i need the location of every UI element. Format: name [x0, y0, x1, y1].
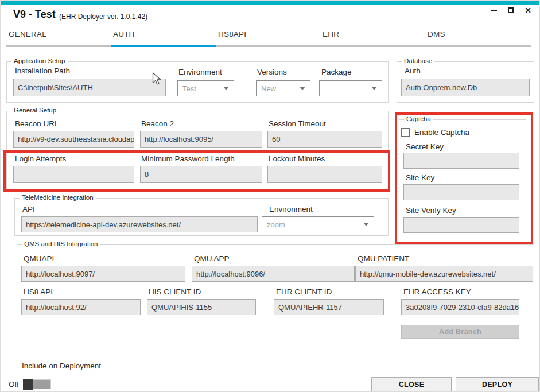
tab-hs8api[interactable]: HS8API: [218, 30, 246, 38]
environment-dropdown-value: Test: [182, 84, 196, 93]
qmu-app-field[interactable]: http://localhost:9096/: [192, 266, 355, 282]
chevron-down-icon: [371, 87, 377, 90]
toggle-knob[interactable]: [23, 379, 33, 390]
database-group-title: Database: [402, 57, 434, 64]
tab-auth[interactable]: AUTH: [113, 30, 135, 38]
secret-key-field[interactable]: [403, 153, 519, 169]
application-setup-group-title: Application Setup: [11, 57, 68, 64]
minimize-icon: [491, 10, 497, 11]
qms-his-group-title: QMS and HIS Integration: [22, 240, 100, 247]
telemedicine-environment-dropdown[interactable]: zoom: [262, 216, 374, 232]
include-on-deployment-checkbox[interactable]: Include on Deployment: [9, 362, 101, 370]
add-branch-button[interactable]: Add Branch: [401, 325, 519, 339]
secret-key-label: Secret Key: [406, 142, 444, 151]
chevron-down-icon: [300, 87, 305, 90]
titlebar-accent: [1, 1, 540, 5]
close-icon: ✕: [525, 6, 531, 14]
tab-ehr[interactable]: EHR: [323, 30, 339, 38]
database-auth-label: Auth: [405, 67, 421, 75]
login-attempts-field[interactable]: [13, 166, 134, 183]
chevron-down-icon: [223, 87, 229, 90]
site-verify-key-field[interactable]: [403, 217, 519, 233]
versions-dropdown[interactable]: New: [256, 80, 310, 96]
close-action-button[interactable]: CLOSE: [371, 377, 452, 392]
session-timeout-label: Session Timeout: [269, 119, 326, 128]
app-window: V9 - Test (EHR Deployer ver. 1.0.1.42) ✕…: [0, 0, 540, 392]
telemedicine-environment-label: Environment: [269, 205, 313, 214]
site-verify-key-label: Site Verify Key: [406, 206, 456, 215]
qmuapi-field[interactable]: http://localhost:9097/: [21, 266, 185, 282]
hs8-api-label: HS8 API: [24, 288, 53, 296]
toggle-off-label: Off: [9, 380, 19, 389]
beacon-2-field[interactable]: http://localhost:9095/: [140, 131, 262, 148]
database-auth-field[interactable]: Auth.Onprem.new.Db: [401, 79, 530, 96]
toggle-track: [33, 379, 51, 389]
active-tab-indicator: [111, 45, 216, 47]
minimum-password-length-field[interactable]: 8: [140, 166, 262, 183]
installation-path-field[interactable]: C:\inetpub\Sites\AUTH: [13, 79, 166, 96]
lockout-minutes-field[interactable]: [267, 166, 382, 183]
session-timeout-field[interactable]: 60: [267, 131, 382, 148]
hs8-api-field[interactable]: http://localhost:92/: [21, 299, 141, 315]
captcha-group-title: Captcha: [404, 115, 433, 122]
maximize-icon: [508, 7, 514, 13]
ehr-client-id-field[interactable]: QMUAPIEHR-1157: [274, 299, 384, 315]
tab-general[interactable]: GENERAL: [9, 30, 46, 38]
window-title: V9 - Test: [13, 9, 56, 21]
qmu-patient-field[interactable]: http://qmu-mobile-dev.azurewebsites.net/: [355, 266, 533, 282]
chevron-down-icon: [363, 223, 369, 226]
general-setup-group-title: General Setup: [11, 107, 59, 114]
environment-label: Environment: [178, 68, 222, 76]
site-key-field[interactable]: [403, 184, 519, 200]
site-key-label: Site Key: [406, 173, 434, 182]
tab-strip-divider: [6, 45, 531, 47]
minimize-button[interactable]: [488, 5, 499, 16]
ehr-access-key-field[interactable]: 3a0208f9-7029-2310-cfa9-82da16400cf: [401, 299, 519, 315]
tab-dms[interactable]: DMS: [428, 30, 445, 38]
telemedicine-environment-value: zoom: [267, 220, 285, 229]
beacon-url-label: Beacon URL: [15, 119, 59, 128]
include-on-deployment-label: Include on Deployment: [22, 362, 101, 370]
qmuapi-label: QMUAPI: [24, 254, 54, 263]
telemedicine-api-label: API: [22, 205, 35, 214]
login-attempts-label: Login Attempts: [15, 154, 66, 163]
lockout-minutes-label: Lockout Minutes: [269, 154, 325, 163]
telemedicine-group-title: TeleMedicine Integration: [20, 194, 96, 201]
qmu-patient-label: QMU PATIENT: [358, 254, 409, 263]
maximize-button[interactable]: [505, 5, 516, 16]
deploy-button[interactable]: DEPLOY: [456, 377, 539, 392]
beacon-2-label: Beacon 2: [141, 119, 174, 128]
window-subtitle: (EHR Deployer ver. 1.0.1.42): [59, 13, 147, 21]
installation-path-label: Installation Path: [15, 67, 70, 75]
checkbox-icon: [9, 362, 17, 370]
qmu-app-label: QMU APP: [194, 254, 230, 263]
his-client-id-label: HIS CLIENT ID: [149, 288, 201, 296]
versions-label: Versions: [257, 68, 287, 76]
off-toggle-switch[interactable]: [23, 379, 52, 390]
his-client-id-field[interactable]: QMUAPIHIS-1155: [147, 299, 256, 315]
ehr-access-key-label: EHR ACCESS KEY: [403, 288, 471, 296]
close-button[interactable]: ✕: [522, 5, 534, 16]
checkbox-icon: [401, 128, 410, 137]
package-dropdown[interactable]: [319, 80, 382, 96]
window-controls: ✕: [488, 5, 534, 16]
beacon-url-field[interactable]: http://v9-dev.southeastasia.cloudapp.: [13, 131, 134, 148]
package-label: Package: [321, 68, 352, 76]
ehr-client-id-label: EHR CLIENT ID: [276, 288, 332, 296]
minimum-password-length-label: Minimum Password Length: [141, 154, 235, 163]
telemedicine-api-field[interactable]: https://telemedicine-api-dev.azurewebsit…: [21, 216, 258, 232]
versions-dropdown-value: New: [261, 84, 276, 93]
enable-captcha-label: Enable Captcha: [414, 128, 469, 137]
enable-captcha-checkbox[interactable]: Enable Captcha: [401, 128, 469, 137]
environment-dropdown[interactable]: Test: [177, 80, 234, 96]
